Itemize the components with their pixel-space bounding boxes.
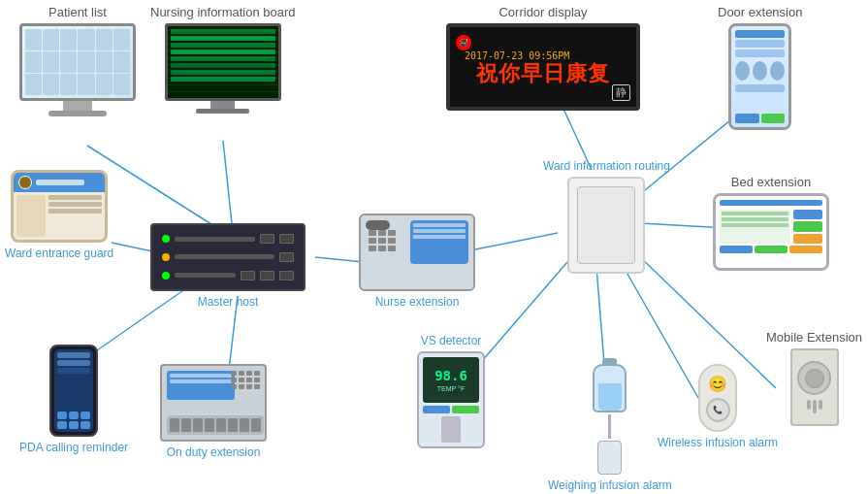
weighing-alarm-label: Weighing infusion alarm	[548, 478, 672, 492]
guard-tablet-icon	[11, 170, 108, 243]
ward-entrance-label: Ward entrance guard	[5, 247, 113, 260]
door-tablet-icon	[728, 23, 791, 130]
corridor-display-label: Corridor display	[498, 5, 587, 19]
led-quiet: 静	[612, 84, 630, 101]
call-button-icon: 😊 📞	[698, 364, 737, 432]
led-main-text: 祝你早日康复	[476, 63, 610, 84]
wireless-alarm-label: Wireless infusion alarm	[658, 436, 778, 449]
led-icon-circle: 🚭	[456, 35, 471, 50]
medical-device-icon: 98.6 TEMP °F	[417, 351, 485, 448]
nursing-board-device: Nursing information board	[150, 5, 296, 120]
bed-tablet-icon	[713, 193, 829, 271]
patient-list-label: Patient list	[48, 5, 107, 19]
desk-phone-icon	[160, 364, 267, 442]
svg-line-3	[315, 257, 364, 262]
vs-detector-device: VS detector 98.6 TEMP °F	[417, 330, 485, 448]
door-extension-device: Door extension	[718, 5, 802, 130]
monitor-icon	[160, 23, 286, 120]
diagram-container: Patient list Nursing information board	[0, 0, 868, 494]
ward-entrance-device: Ward entrance guard	[5, 170, 113, 260]
server-box-icon	[150, 223, 305, 291]
led-time: 2017-07-23 09:56PM	[455, 50, 569, 61]
pda-reminder-label: PDA calling reminder	[19, 441, 128, 454]
corridor-display-device: Corridor display 🚭 2017-07-23 09:56PM 祝你…	[446, 5, 640, 111]
pda-reminder-device: PDA calling reminder	[19, 345, 128, 454]
ward-routing-label: Ward information routing	[543, 159, 670, 173]
bed-extension-device: Bed extension	[713, 175, 829, 271]
on-duty-label: On duty extension	[167, 445, 261, 459]
master-host-label: Master host	[198, 295, 259, 309]
mobile-extension-label: Mobile Extension	[766, 330, 862, 345]
weighing-alarm-device: Weighing infusion alarm	[548, 364, 672, 492]
mobile-extension-device: Mobile Extension	[766, 330, 862, 426]
infusion-setup-icon	[593, 364, 627, 475]
imac-icon	[15, 23, 141, 120]
master-host-device: Master host	[150, 223, 305, 309]
bed-extension-label: Bed extension	[731, 175, 811, 189]
vs-detector-label: VS detector	[421, 334, 482, 347]
svg-line-1	[223, 141, 233, 233]
patient-list-device: Patient list	[15, 5, 141, 120]
on-duty-device: On duty extension	[160, 364, 267, 459]
ward-routing-device: Ward information routing	[543, 155, 670, 274]
wireless-alarm-device: 😊 📞 Wireless infusion alarm	[658, 364, 778, 449]
nurse-extension-device: Nurse extension	[359, 214, 475, 309]
smartphone-icon	[49, 345, 98, 437]
nurse-extension-label: Nurse extension	[375, 295, 460, 309]
speaker-device-icon	[790, 348, 839, 426]
nursing-board-label: Nursing information board	[150, 5, 296, 19]
svg-line-11	[475, 262, 567, 369]
ip-phone-icon	[359, 214, 475, 291]
led-display-icon: 🚭 2017-07-23 09:56PM 祝你早日康复 静	[446, 23, 640, 111]
router-box-icon	[567, 177, 645, 274]
door-extension-label: Door extension	[718, 5, 802, 19]
